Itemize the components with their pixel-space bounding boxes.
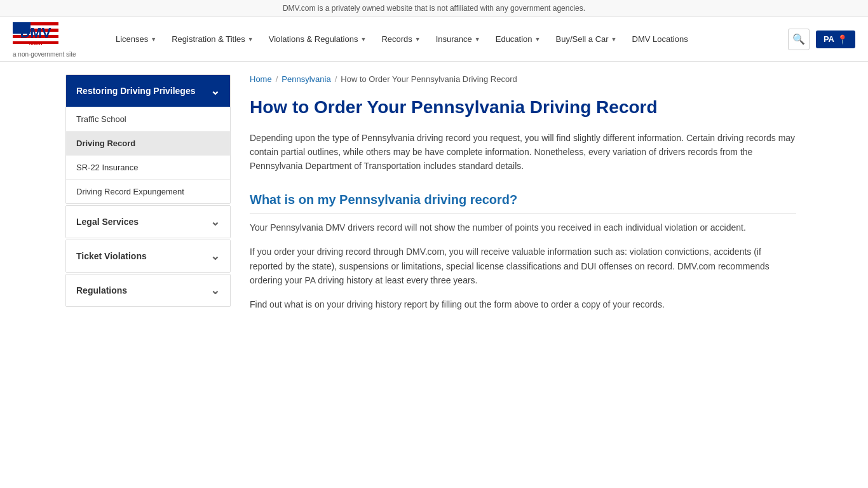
sidebar-section-restoring-header[interactable]: Restoring Driving Privileges ⌄ — [66, 75, 230, 107]
section1-para1: Your Pennsylvania DMV drivers record wil… — [250, 220, 796, 234]
sidebar-section-restoring: Restoring Driving Privileges ⌄ Traffic S… — [65, 74, 231, 204]
state-label: PA — [824, 34, 834, 44]
sidebar-section-regulations-label: Regulations — [76, 285, 127, 295]
nav-records[interactable]: Records ▼ — [374, 17, 428, 62]
sidebar-section-restoring-label: Restoring Driving Privileges — [76, 86, 196, 96]
nav-insurance-arrow: ▼ — [475, 36, 480, 43]
page-title: How to Order Your Pennsylvania Driving R… — [250, 97, 796, 118]
location-pin-icon: 📍 — [837, 34, 848, 44]
search-button[interactable]: 🔍 — [788, 29, 810, 50]
section1-para2: If you order your driving record through… — [250, 245, 796, 287]
sidebar-item-expungement[interactable]: Driving Record Expungement — [66, 179, 230, 203]
header: DMV .com a non-government site Licenses … — [0, 17, 868, 62]
state-selector-button[interactable]: PA 📍 — [816, 30, 855, 48]
sidebar-item-sr22[interactable]: SR-22 Insurance — [66, 155, 230, 179]
sidebar-item-driving-record[interactable]: Driving Record — [66, 131, 230, 155]
chevron-down-icon: ⌄ — [210, 215, 220, 229]
logo-svg: DMV .com — [13, 21, 83, 50]
nav-education[interactable]: Education ▼ — [488, 17, 548, 62]
nav-buy-sell-arrow: ▼ — [611, 36, 617, 43]
breadcrumb-current: How to Order Your Pennsylvania Driving R… — [341, 74, 517, 84]
breadcrumb: Home / Pennsylvania / How to Order Your … — [250, 74, 796, 84]
breadcrumb-home[interactable]: Home — [250, 74, 272, 84]
nav-violations[interactable]: Violations & Regulations ▼ — [261, 17, 374, 62]
search-icon: 🔍 — [792, 33, 805, 45]
content-area: Home / Pennsylvania / How to Order Your … — [243, 74, 803, 322]
chevron-down-icon-3: ⌄ — [210, 283, 220, 297]
breadcrumb-sep-2: / — [335, 74, 337, 84]
sidebar-section-regulations: Regulations ⌄ — [65, 274, 231, 307]
main-nav: Licenses ▼ Registration & Titles ▼ Viola… — [108, 17, 788, 62]
nav-records-arrow: ▼ — [415, 36, 421, 43]
nav-licenses-arrow: ▼ — [151, 36, 156, 43]
chevron-down-icon-2: ⌄ — [210, 249, 220, 263]
breadcrumb-state[interactable]: Pennsylvania — [281, 74, 330, 84]
nav-registration-arrow: ▼ — [248, 36, 254, 43]
sidebar-section-violations-header[interactable]: Ticket Violations ⌄ — [66, 240, 230, 272]
section1-para3: Find out what is on your driving history… — [250, 297, 796, 311]
nav-insurance[interactable]: Insurance ▼ — [428, 17, 488, 62]
nav-registration[interactable]: Registration & Titles ▼ — [164, 17, 261, 62]
sidebar-section-regulations-header[interactable]: Regulations ⌄ — [66, 274, 230, 306]
logo-area: DMV .com a non-government site — [13, 21, 89, 58]
sidebar-section-legal: Legal Services ⌄ — [65, 205, 231, 238]
sidebar-section-restoring-items: Traffic School Driving Record SR-22 Insu… — [66, 107, 230, 203]
sidebar-section-violations-label: Ticket Violations — [76, 251, 147, 261]
nav-violations-arrow: ▼ — [360, 36, 366, 43]
section1-heading: What is on my Pennsylvania driving recor… — [250, 193, 796, 214]
sidebar: Restoring Driving Privileges ⌄ Traffic S… — [65, 74, 231, 322]
chevron-up-icon: ⌄ — [210, 84, 220, 98]
sidebar-section-legal-label: Legal Services — [76, 217, 139, 227]
intro-paragraph: Depending upon the type of Pennsylvania … — [250, 131, 796, 173]
svg-text:.com: .com — [29, 40, 42, 46]
sidebar-item-traffic-school[interactable]: Traffic School — [66, 107, 230, 131]
logo-subtitle: a non-government site — [13, 51, 76, 58]
sidebar-section-legal-header[interactable]: Legal Services ⌄ — [66, 206, 230, 238]
sidebar-section-violations: Ticket Violations ⌄ — [65, 240, 231, 273]
nav-dmv-locations[interactable]: DMV Locations — [625, 17, 696, 62]
main-container: Restoring Driving Privileges ⌄ Traffic S… — [53, 62, 815, 335]
nav-education-arrow: ▼ — [535, 36, 541, 43]
banner-text: DMV.com is a privately owned website tha… — [283, 4, 585, 13]
svg-text:DMV: DMV — [20, 25, 51, 41]
nav-licenses[interactable]: Licenses ▼ — [108, 17, 164, 62]
logo[interactable]: DMV .com — [13, 21, 83, 50]
header-actions: 🔍 PA 📍 — [788, 29, 855, 50]
breadcrumb-sep-1: / — [276, 74, 278, 84]
nav-buy-sell[interactable]: Buy/Sell a Car ▼ — [548, 17, 624, 62]
top-banner: DMV.com is a privately owned website tha… — [0, 0, 868, 17]
